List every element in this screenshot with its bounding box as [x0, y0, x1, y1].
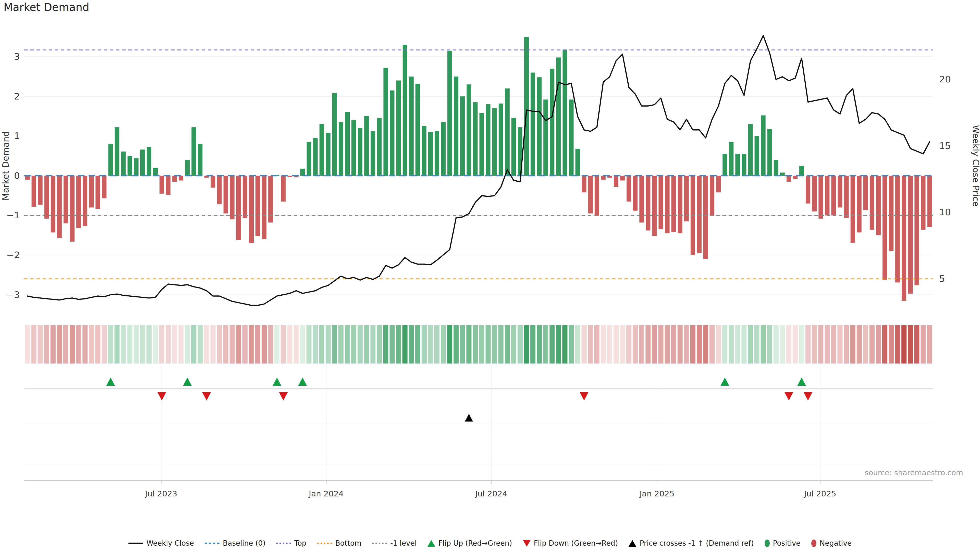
heatmap-cell	[415, 325, 420, 364]
heatmap-cell	[748, 325, 753, 364]
legend-item: -1 level	[372, 539, 417, 548]
legend-label: Flip Up (Red→Green)	[438, 539, 512, 548]
flip-up-marker	[106, 378, 115, 386]
heatmap-cell	[345, 325, 350, 364]
heatmap-cell	[844, 325, 849, 364]
demand-bar-positive	[511, 118, 516, 176]
left-axis-label: Market Demand	[0, 131, 11, 200]
heatmap-cell	[441, 325, 446, 364]
demand-bar-positive	[326, 133, 331, 176]
heatmap-cell	[927, 325, 932, 364]
legend-oval-icon	[811, 540, 816, 547]
legend-dot-icon	[317, 543, 332, 544]
demand-bar-positive	[396, 81, 401, 176]
heatmap-cell	[153, 325, 158, 364]
demand-bar-positive	[505, 89, 510, 176]
heatmap-cell	[876, 325, 881, 364]
demand-bar-positive	[741, 154, 746, 176]
demand-bar-negative	[818, 176, 823, 219]
heatmap-cell	[479, 325, 484, 364]
heatmap-cell	[95, 325, 100, 364]
legend-label: Bottom	[335, 539, 362, 548]
demand-bar-positive	[185, 160, 189, 176]
demand-bar-positive	[466, 84, 471, 176]
left-tick-label: −1	[6, 210, 20, 221]
heatmap-cell	[63, 325, 68, 364]
demand-bar-positive	[198, 144, 202, 176]
flip-up-marker	[183, 378, 192, 386]
heatmap-cell	[588, 325, 593, 364]
demand-bar-positive	[473, 102, 477, 176]
demand-bar-negative	[671, 176, 676, 232]
legend-item: Price crosses -1 ↑ (Demand ref)	[628, 539, 754, 548]
heatmap-cell	[626, 325, 632, 364]
demand-bar-negative	[159, 176, 164, 194]
right-tick-label: 10	[939, 207, 951, 218]
heatmap-cell	[230, 325, 235, 364]
legend-item: Top	[276, 539, 306, 548]
heatmap-cell	[524, 325, 529, 364]
heatmap-cell	[799, 325, 804, 364]
demand-bar-positive	[460, 97, 465, 176]
heatmap-cell	[236, 325, 241, 364]
demand-bar-negative	[262, 176, 266, 239]
demand-bar-positive	[409, 76, 414, 176]
demand-bar-positive	[767, 129, 772, 176]
legend-tri-up-icon	[428, 540, 435, 547]
left-tick-label: −2	[6, 250, 20, 260]
demand-bar-negative	[902, 176, 906, 301]
heatmap-cell	[121, 325, 126, 364]
demand-bar-negative	[831, 176, 836, 216]
heatmap-cell	[172, 325, 177, 364]
flip-down-marker	[202, 392, 211, 400]
demand-bar-positive	[486, 104, 490, 176]
left-tick-label: −3	[6, 289, 20, 300]
demand-bar-negative	[45, 176, 49, 219]
demand-bar-positive	[492, 108, 497, 176]
demand-bar-negative	[179, 176, 183, 181]
heatmap-cell	[293, 325, 299, 364]
demand-bar-positive	[479, 113, 484, 176]
demand-bar-negative	[172, 176, 177, 182]
demand-bar-negative	[844, 176, 849, 218]
heatmap-cell	[882, 325, 887, 364]
heatmap-cell	[44, 325, 49, 364]
demand-bar-positive	[307, 142, 311, 176]
right-tick-label: 15	[939, 141, 951, 151]
demand-bar-negative	[249, 176, 254, 243]
heatmap-cell	[812, 325, 817, 364]
heatmap-cell	[492, 325, 497, 364]
demand-bar-negative	[908, 176, 913, 294]
flip-down-marker	[803, 392, 812, 400]
demand-bar-positive	[377, 118, 382, 176]
heatmap-cell	[678, 325, 682, 364]
heatmap-cell	[614, 325, 619, 364]
demand-bar-negative	[582, 176, 587, 192]
heatmap-cell	[780, 325, 785, 364]
heatmap-cell	[364, 325, 369, 364]
heatmap-cell	[716, 325, 721, 364]
heatmap-cell	[434, 325, 439, 364]
demand-bar-negative	[697, 176, 702, 253]
demand-bar-negative	[863, 176, 868, 210]
heatmap-cell	[754, 325, 759, 364]
heatmap-cell	[32, 325, 37, 364]
demand-bar-negative	[876, 176, 881, 235]
heatmap-cell	[530, 325, 535, 364]
flip-up-marker	[298, 378, 307, 386]
legend-tri-up-icon	[628, 540, 636, 547]
demand-bar-negative	[895, 176, 900, 283]
heatmap-cell	[274, 325, 280, 364]
heatmap-cell	[102, 325, 107, 364]
right-tick-label: 20	[939, 74, 951, 84]
heatmap-cell	[191, 325, 196, 364]
left-tick-label: 2	[14, 91, 20, 102]
heatmap-cell	[741, 325, 746, 364]
heatmap-cell	[377, 325, 382, 364]
demand-bar-positive	[569, 100, 574, 176]
chart-legend: Weekly CloseBaseline (0)TopBottom-1 leve…	[0, 539, 980, 548]
demand-bar-positive	[383, 68, 388, 176]
demand-bar-positive	[531, 73, 535, 176]
demand-bar-positive	[352, 120, 356, 176]
demand-bar-negative	[838, 176, 842, 207]
